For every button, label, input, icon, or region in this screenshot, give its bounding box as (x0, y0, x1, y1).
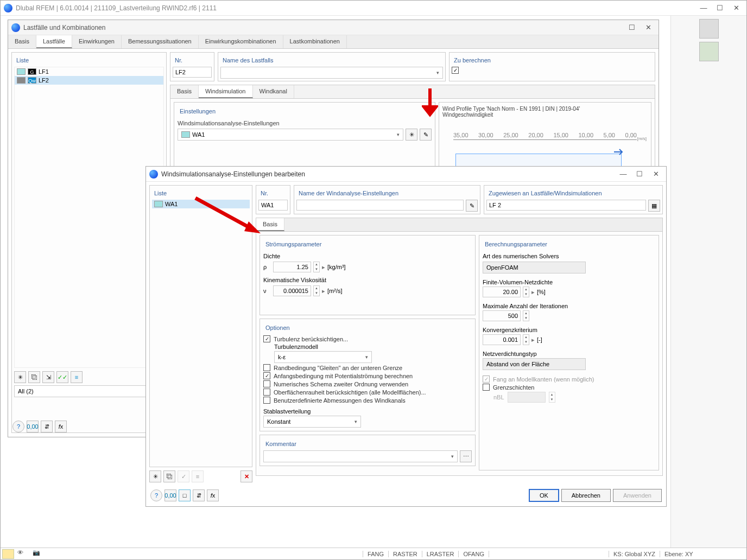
dlg2-min-icon[interactable]: — (616, 169, 630, 180)
ck-turb[interactable]: ✓Turbulenz berücksichtigen... (263, 335, 472, 342)
wa-edit-icon[interactable]: ✎ (420, 129, 432, 141)
ck-rand[interactable]: Randbedingung "Gleiten" an der unteren G… (263, 364, 472, 371)
stab-select[interactable]: Konstant (263, 416, 361, 428)
nu-input[interactable]: 0.000015 (273, 285, 311, 296)
iter-input[interactable]: 500 (483, 310, 521, 321)
iter-spin[interactable]: ▲▼ (523, 310, 529, 321)
conv-lbl: Konvergenzkriterium (483, 327, 655, 333)
conv-spin[interactable]: ▲▼ (523, 334, 529, 345)
eye-icon[interactable]: 👁 (17, 549, 29, 559)
maximize-icon[interactable]: ☐ (713, 3, 727, 14)
d2-subtab-basis[interactable]: Basis (256, 218, 284, 231)
ck-anf[interactable]: ✓Anfangsbedingung mit Potentialströmung … (263, 372, 472, 379)
d2-list-wa1[interactable]: WA1 (152, 200, 250, 208)
d2-help-icon[interactable]: ? (150, 489, 162, 501)
edit-name-icon[interactable]: ✎ (466, 200, 478, 212)
cancel-button[interactable]: Abbrechen (561, 489, 611, 502)
tb-copy-icon[interactable]: ⿻ (28, 371, 40, 383)
subtab-basis[interactable]: Basis (170, 85, 199, 98)
nu-spin[interactable]: ▲▼ (313, 285, 320, 296)
d2-box-icon[interactable]: □ (179, 489, 191, 501)
tb-num-icon[interactable]: ≡ (71, 371, 83, 383)
dichte-lbl: Dichte (263, 253, 472, 259)
cube-icon[interactable] (699, 19, 719, 39)
tb-check-icon[interactable]: ✓✓ (56, 371, 68, 383)
tab-lastfaelle[interactable]: Lastfälle (36, 35, 72, 48)
turb-model-lbl: Turbulenzmodell (274, 343, 472, 350)
d2-delete-icon[interactable]: ✕ (240, 470, 252, 482)
help-icon[interactable]: ? (12, 421, 24, 432)
dlg2-max-icon[interactable]: ☐ (632, 169, 647, 180)
sb-ks[interactable]: KS: Global XYZ (609, 551, 660, 557)
d2-zug-field[interactable]: LF 2 (486, 200, 646, 211)
dlg2-title: Windsimulationsanalyse-Einstellungen bea… (161, 170, 616, 178)
sb-raster[interactable]: RASTER (388, 551, 422, 557)
conv-input[interactable]: 0.001 (483, 334, 521, 345)
tree-icon[interactable]: ⇵ (41, 421, 53, 432)
sb-ebene[interactable]: Ebene: XY (660, 551, 746, 557)
mesh-unit: [%] (537, 289, 546, 295)
minimize-icon[interactable]: — (697, 3, 711, 14)
sb-fang[interactable]: FANG (363, 551, 388, 557)
sb-lraster[interactable]: LRASTER (422, 551, 459, 557)
close-icon[interactable]: ✕ (729, 3, 743, 14)
ok-button[interactable]: OK (529, 489, 559, 502)
all-filter[interactable]: All (2) (14, 385, 164, 397)
name-field[interactable] (220, 67, 443, 79)
nr-field[interactable]: LF2 (173, 67, 212, 78)
netz-select[interactable]: Abstand von der Fläche (483, 358, 586, 370)
d2-liste-hdr: Liste (152, 188, 250, 200)
ck-ben[interactable]: Benutzerdefinierte Abmessungen des Windk… (263, 397, 472, 404)
list-row-lf2[interactable]: Qw LF2 (15, 76, 163, 85)
app-icon (4, 4, 12, 12)
dlg1-max-icon[interactable]: ☐ (625, 22, 639, 33)
mesh-spin[interactable]: ▲▼ (523, 287, 529, 297)
d2-new-icon[interactable]: ✳ (149, 470, 161, 482)
d2-tree-icon[interactable]: ⇵ (193, 489, 205, 501)
dlg1-close-icon[interactable]: ✕ (641, 22, 655, 33)
sb-icon1[interactable] (2, 549, 14, 559)
tab-basis[interactable]: Basis (8, 35, 36, 48)
tab-bemessung[interactable]: Bemessungssituationen (122, 35, 199, 48)
tab-ek[interactable]: Einwirkungskombinationen (199, 35, 283, 48)
dlg2-titlebar[interactable]: Windsimulationsanalyse-Einstellungen bea… (146, 167, 666, 182)
komm-btn-icon[interactable]: ⋯ (460, 450, 472, 462)
d2-nr-hdr: Nr. (258, 188, 288, 200)
ck-num[interactable]: Numerisches Schema zweiter Ordnung verwe… (263, 380, 472, 387)
ck-oberf[interactable]: Oberflächenrauheit berücksichtigen (alle… (263, 389, 472, 396)
apply-button[interactable]: Anwenden (613, 489, 662, 502)
wa-new-icon[interactable]: ✳ (406, 129, 417, 141)
d2-nr-field[interactable]: WA1 (258, 200, 288, 211)
nu-sym: ν (263, 288, 271, 294)
tab-einwirkungen[interactable]: Einwirkungen (72, 35, 122, 48)
subtab-windsim[interactable]: Windsimulation (199, 85, 253, 98)
dlg1-titlebar[interactable]: Lastfälle und Kombinationen ☐ ✕ (8, 20, 659, 35)
solver-select[interactable]: OpenFOAM (483, 262, 586, 273)
fx-icon[interactable]: fx (55, 421, 67, 432)
d2-units-icon[interactable]: 0,00 (164, 489, 176, 501)
mesh-input[interactable]: 20.00 (483, 287, 521, 297)
units-icon[interactable]: 0,00 (27, 421, 39, 432)
dlg2-close-icon[interactable]: ✕ (649, 169, 663, 180)
list-row-lf1[interactable]: G LF1 (15, 67, 163, 76)
d2-name-field[interactable] (296, 200, 464, 211)
rho-spin[interactable]: ▲▼ (313, 262, 320, 272)
subtab-windkanal[interactable]: Windkanal (253, 85, 294, 98)
zug-list-icon[interactable]: ▦ (648, 200, 660, 212)
wa-select[interactable]: WA1 (178, 129, 403, 141)
tb-import-icon[interactable]: ⇲ (42, 371, 54, 383)
d2-copy-icon[interactable]: ⿻ (163, 470, 175, 482)
cube2-icon[interactable] (699, 42, 719, 61)
ck-grenz[interactable]: Grenzschichten (483, 384, 655, 391)
sb-ofang[interactable]: OFANG (458, 551, 489, 557)
camera-icon[interactable]: 📷 (33, 549, 45, 559)
zuber-checkbox[interactable]: ✓ (452, 67, 459, 74)
tb-new-icon[interactable]: ✳ (14, 371, 26, 383)
mesh-lbl: Finite-Volumen-Netzdichte (483, 279, 655, 285)
flow-hdr: Strömungsparameter (263, 239, 472, 251)
tab-lk[interactable]: Lastkombinationen (283, 35, 347, 48)
rho-input[interactable]: 1.25 (273, 262, 311, 272)
d2-fx-icon[interactable]: fx (207, 489, 219, 501)
komm-field[interactable] (263, 450, 458, 462)
turb-model-select[interactable]: k-ε (274, 351, 372, 363)
